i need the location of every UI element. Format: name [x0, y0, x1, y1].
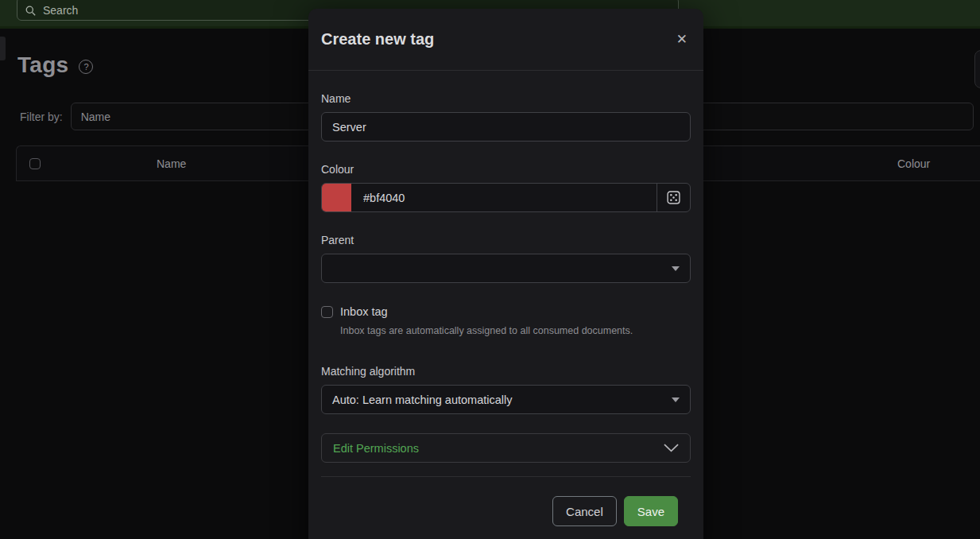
- select-all-checkbox[interactable]: [29, 158, 41, 169]
- inbox-tag-checkbox[interactable]: [321, 306, 333, 318]
- caret-down-icon: [672, 266, 680, 271]
- matching-algorithm-label: Matching algorithm: [321, 365, 691, 378]
- page-title-row: Tags ?: [17, 52, 93, 78]
- modal-body: Name Colour: [308, 92, 703, 539]
- filter-by-label: Filter by:: [20, 111, 63, 123]
- colour-input-group: [321, 183, 691, 212]
- caret-down-icon: [672, 397, 680, 402]
- inbox-tag-label[interactable]: Inbox tag: [340, 305, 388, 318]
- page-title: Tags: [17, 52, 68, 78]
- random-colour-button[interactable]: [657, 184, 690, 211]
- edit-permissions-label: Edit Permissions: [333, 442, 419, 455]
- parent-select[interactable]: [321, 254, 691, 283]
- colour-swatch[interactable]: [322, 184, 351, 211]
- column-header-name[interactable]: Name: [157, 157, 186, 170]
- close-icon[interactable]: ✕: [676, 33, 688, 46]
- parent-field-group: Parent: [321, 234, 691, 283]
- edit-permissions-button[interactable]: Edit Permissions: [321, 433, 691, 463]
- colour-label: Colour: [321, 163, 691, 176]
- colour-field-group: Colour: [321, 163, 691, 212]
- name-field-group: Name: [321, 92, 691, 142]
- name-label: Name: [321, 92, 691, 105]
- colour-hex-input[interactable]: [351, 184, 657, 211]
- cancel-button[interactable]: Cancel: [552, 496, 617, 526]
- matching-algorithm-value: Auto: Learn matching automatically: [332, 394, 513, 406]
- save-button[interactable]: Save: [624, 496, 678, 526]
- inbox-tag-row: Inbox tag: [321, 305, 691, 318]
- left-edge-panel-stub: [0, 37, 6, 60]
- parent-label: Parent: [321, 234, 691, 246]
- search-icon: [25, 6, 36, 16]
- modal-footer: Cancel Save: [321, 476, 691, 539]
- right-edge-panel-stub: [974, 50, 980, 88]
- search-placeholder-text: Search: [43, 4, 78, 17]
- inbox-tag-hint: Inbox tags are automatically assigned to…: [340, 325, 691, 336]
- chevron-down-icon: [664, 444, 679, 452]
- help-icon[interactable]: ?: [79, 60, 93, 74]
- modal-header: Create new tag ✕: [308, 9, 703, 71]
- modal-title: Create new tag: [321, 30, 434, 48]
- matching-field-group: Matching algorithm Auto: Learn matching …: [321, 365, 691, 414]
- name-input[interactable]: [321, 112, 691, 142]
- create-tag-modal: Create new tag ✕ Name Colour: [308, 9, 703, 539]
- dice-icon: [667, 191, 680, 204]
- matching-algorithm-select[interactable]: Auto: Learn matching automatically: [321, 385, 691, 414]
- column-header-colour[interactable]: Colour: [897, 157, 930, 170]
